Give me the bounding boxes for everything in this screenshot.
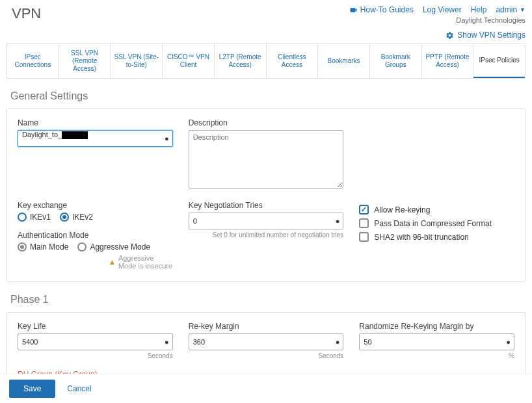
tab-ssl-vpn-site-to-site-[interactable]: SSL VPN (Site-to-Site) (111, 44, 163, 78)
keylife-input[interactable] (18, 333, 173, 350)
phase1-title: Phase 1 (10, 294, 525, 306)
key-exchange-label: Key exchange (18, 201, 173, 210)
allow-rekeying-checkbox[interactable]: Allow Re-keying (359, 205, 514, 214)
checkbox-icon (359, 218, 369, 228)
tab-bookmarks[interactable]: Bookmarks (318, 44, 370, 78)
compressed-format-label: Pass Data in Compressed Format (374, 219, 492, 228)
compressed-format-checkbox[interactable]: Pass Data in Compressed Format (359, 218, 514, 228)
show-vpn-settings-label: Show VPN Settings (457, 31, 525, 40)
tab-pptp-remote-access-[interactable]: PPTP (Remote Access) (422, 44, 474, 78)
tab-ipsec-policies[interactable]: IPsec Policies (473, 44, 525, 78)
howto-guides-link[interactable]: How-To Guides (349, 5, 414, 14)
name-label: Name (18, 118, 173, 127)
tab-ipsec-connections[interactable]: IPsec Connections (7, 44, 59, 78)
company-name: Daylight Technologies (349, 16, 525, 24)
page-title: VPN (12, 5, 41, 22)
video-icon (349, 6, 358, 14)
aggressive-mode-warning: ▲Aggressive Mode is insecure (109, 254, 173, 270)
tab-bookmark-groups[interactable]: Bookmark Groups (370, 44, 422, 78)
ikev2-radio[interactable]: IKEv2 (60, 213, 93, 222)
tab-cisco-vpn-client[interactable]: CISCO™ VPN Client (163, 44, 215, 78)
show-vpn-settings-button[interactable]: Show VPN Settings (0, 27, 532, 44)
key-neg-tries-label: Key Negotiation Tries (189, 201, 344, 210)
chevron-down-icon: ▼ (520, 6, 525, 13)
ikev1-radio[interactable]: IKEv1 (18, 213, 51, 222)
save-button[interactable]: Save (9, 380, 55, 398)
description-input[interactable] (189, 130, 344, 188)
tabs-bar: IPsec ConnectionsSSL VPN (Remote Access)… (7, 44, 525, 79)
tab-clientless-access[interactable]: Clientless Access (267, 44, 319, 78)
keylife-label: Key Life (18, 322, 173, 331)
rekey-margin-input[interactable] (189, 333, 344, 350)
gear-icon (446, 31, 454, 40)
main-mode-label: Main Mode (30, 242, 68, 252)
key-neg-tries-hint: Set 0 for unlimited number of negotiatio… (189, 231, 344, 239)
checkbox-icon (359, 205, 369, 214)
aggressive-mode-radio[interactable]: Aggressive Mode (77, 242, 150, 252)
ikev2-label: IKEv2 (72, 213, 93, 222)
name-value-prefix: Daylight_to_ (22, 131, 62, 138)
randomize-label: Randomize Re-Keying Margin by (359, 322, 514, 331)
general-settings-title: General Settings (10, 90, 525, 102)
aggressive-mode-label: Aggressive Mode (90, 242, 150, 252)
admin-menu[interactable]: admin ▼ (496, 5, 525, 14)
aggressive-warning-text: Aggressive Mode is insecure (118, 254, 173, 270)
warning-triangle-icon: ▲ (109, 258, 116, 266)
allow-rekeying-label: Allow Re-keying (374, 205, 430, 214)
randomize-input[interactable] (359, 333, 514, 350)
randomize-unit: % (359, 352, 514, 359)
redacted-block (62, 131, 88, 139)
ikev1-label: IKEv1 (30, 213, 51, 222)
log-viewer-link[interactable]: Log Viewer (423, 5, 462, 14)
main-mode-radio[interactable]: Main Mode (18, 242, 68, 252)
howto-guides-label: How-To Guides (360, 5, 414, 14)
help-link[interactable]: Help (471, 5, 487, 14)
rekey-margin-label: Re-key Margin (189, 322, 344, 331)
description-label: Description (189, 118, 344, 127)
checkbox-icon (359, 232, 369, 242)
name-input[interactable]: Daylight_to_ (18, 130, 173, 147)
tab-ssl-vpn-remote-access-[interactable]: SSL VPN (Remote Access) (59, 44, 111, 78)
key-neg-tries-input[interactable] (189, 213, 344, 229)
rekey-margin-unit: Seconds (189, 352, 344, 359)
sha2-96-label: SHA2 with 96-bit truncation (374, 233, 468, 242)
admin-label: admin (496, 5, 517, 14)
keylife-unit: Seconds (18, 352, 173, 359)
sha2-96-checkbox[interactable]: SHA2 with 96-bit truncation (359, 232, 514, 242)
auth-mode-label: Authentication Mode (18, 231, 173, 240)
tab-l2tp-remote-access-[interactable]: L2TP (Remote Access) (215, 44, 267, 78)
cancel-button[interactable]: Cancel (67, 384, 91, 393)
